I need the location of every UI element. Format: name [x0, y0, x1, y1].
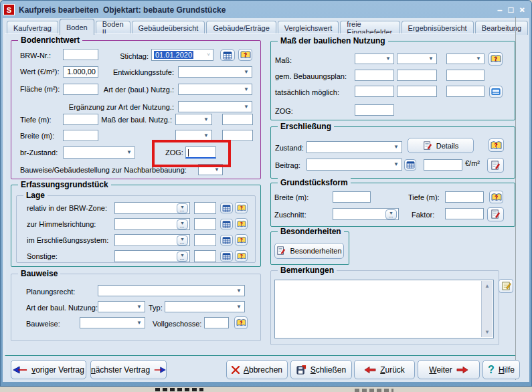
voriger-vertrag-button[interactable]: voriger Vertrag — [11, 360, 86, 379]
keyboard-button[interactable] — [489, 86, 503, 98]
tab-vergleichswert[interactable]: Vergleichswert — [278, 21, 339, 35]
combo-erschliessungssystem[interactable]: ▼… — [114, 234, 190, 246]
help-button[interactable]: ? — [235, 250, 248, 262]
input-mass-zog[interactable] — [355, 104, 394, 116]
help-button[interactable]: ? — [234, 316, 248, 329]
abbrechen-button[interactable]: Abbrechen — [226, 360, 288, 379]
scroll-up-icon[interactable]: ▲ — [484, 281, 490, 291]
input-beitrag[interactable] — [424, 159, 462, 171]
label-mass-zog: ZOG: — [275, 107, 293, 115]
input-mass-baul-2[interactable] — [222, 130, 253, 141]
input-erschliessungssystem[interactable] — [194, 234, 216, 246]
combo-bauweise[interactable]: ▼ — [80, 317, 145, 328]
combo-stichtag[interactable]: 01.01.2020 ˅ — [151, 49, 213, 61]
zurueck-button[interactable]: Zurück — [354, 360, 415, 379]
tab-bearbeitung[interactable]: Bearbeitung — [475, 21, 528, 35]
input-tatsaechlich-2[interactable] — [397, 86, 437, 97]
input-tatsaechlich-3[interactable] — [446, 86, 484, 97]
help-button[interactable]: ? — [238, 49, 252, 61]
input-relativ-brw-zone[interactable] — [194, 202, 216, 214]
dropdown-ellipsis-icon[interactable]: ▼… — [385, 209, 397, 219]
combo-typ[interactable]: ▼ — [165, 301, 245, 312]
input-zog[interactable] — [185, 146, 216, 159]
combo-himmelsrichtung[interactable]: ▼… — [114, 218, 190, 230]
input-himmelsrichtung[interactable] — [194, 218, 216, 230]
dropdown-arrow-icon: ▼ — [214, 167, 219, 173]
calendar-button[interactable] — [220, 219, 233, 229]
close-icon[interactable]: × — [519, 5, 525, 15]
tab-gebaeudeuebersicht[interactable]: Gebäudeübersicht — [132, 21, 205, 35]
edit-faktor-button[interactable] — [487, 207, 504, 221]
input-vollgeschosse[interactable] — [204, 317, 229, 328]
dropdown-ellipsis-icon[interactable]: ▼… — [177, 219, 188, 229]
input-bebauungsplan-1[interactable] — [355, 70, 394, 81]
combo-beitrag[interactable]: ▼ — [306, 159, 402, 171]
calendar-button[interactable] — [220, 235, 233, 246]
combo-mass-2[interactable]: ▼ — [397, 54, 437, 64]
help-button[interactable]: ? — [489, 191, 503, 203]
help-button[interactable]: ? — [489, 52, 503, 66]
combo-planungsrecht[interactable]: ▼ — [98, 285, 245, 296]
help-button[interactable]: ? — [235, 234, 248, 246]
combo-zustand[interactable]: ▼ — [306, 141, 402, 153]
title-bar[interactable]: S Kaufpreis bearbeiten Objektart: bebaut… — [3, 3, 529, 17]
input-breite[interactable] — [63, 130, 98, 141]
calendar-button[interactable] — [220, 203, 233, 213]
details-button[interactable]: Details — [408, 138, 474, 153]
edit-beitrag-button[interactable] — [487, 158, 504, 173]
naechster-vertrag-button[interactable]: nächster Vertrag — [90, 360, 167, 379]
tab-boden-ii[interactable]: Boden II — [96, 21, 130, 35]
tab-freie-eingabefelder[interactable]: freie Eingabefelder — [340, 21, 400, 35]
tab-gebaeude-ertraege[interactable]: Gebäude/Erträge — [206, 21, 276, 35]
combo-mass-1[interactable]: ▼ — [355, 54, 394, 64]
combo-br-zustand[interactable]: ▼ — [63, 146, 135, 159]
minimize-icon[interactable]: – — [497, 5, 502, 15]
group-bodenrichtwert-title: Bodenrichtwert — [18, 35, 82, 45]
help-button[interactable]: ? — [235, 218, 248, 229]
input-gf-breite[interactable] — [333, 191, 371, 203]
calendar-button[interactable] — [404, 159, 416, 171]
label-gf-breite: Breite (m): — [274, 193, 308, 201]
weiter-button[interactable]: Weiter — [418, 360, 480, 379]
combo-relativ-brw-zone[interactable]: ▼… — [114, 202, 190, 214]
help-button[interactable]: ? — [235, 202, 248, 213]
tab-boden[interactable]: Boden — [60, 19, 94, 35]
besonderheiten-button[interactable]: Besonderheiten — [274, 243, 344, 259]
calendar-button[interactable] — [220, 50, 235, 61]
dropdown-ellipsis-icon[interactable]: ▼… — [177, 235, 188, 246]
combo-bauweise-nachbar[interactable]: ▼ — [198, 164, 223, 175]
combo-sonstige[interactable]: ▼… — [114, 250, 190, 262]
bemerkungen-textarea[interactable]: ▲ ▼ — [274, 280, 494, 338]
dropdown-ellipsis-icon[interactable]: ▼… — [177, 203, 188, 213]
combo-mass-baul-2[interactable]: ▼ — [175, 130, 212, 141]
combo-mass-3[interactable]: ▼ — [446, 54, 484, 64]
help-book-icon: ? — [237, 204, 246, 212]
input-mass-baul-1[interactable] — [222, 114, 253, 125]
edit-note-button[interactable] — [499, 279, 513, 293]
tab-ergebnisuebersicht[interactable]: Ergebnisübersicht — [402, 21, 474, 35]
scroll-down-icon[interactable]: ▼ — [484, 327, 490, 337]
input-bebauungsplan-3[interactable] — [446, 70, 484, 81]
chevron-down-icon[interactable]: ˅ — [207, 52, 210, 58]
combo-zuschnitt[interactable]: ▼… — [333, 208, 399, 220]
combo-ergaenzung[interactable]: ▼ — [178, 101, 252, 112]
dropdown-ellipsis-icon[interactable]: ▼… — [177, 252, 188, 262]
combo-mass-baul-1[interactable]: ▼ — [175, 114, 212, 125]
input-bebauungsplan-2[interactable] — [397, 70, 437, 81]
input-tatsaechlich-1[interactable] — [355, 86, 394, 97]
help-button[interactable]: ? — [489, 138, 504, 152]
combo-entwicklungsstufe[interactable]: ▼ — [178, 66, 252, 78]
input-gf-tiefe[interactable] — [445, 191, 484, 203]
svg-text:?: ? — [240, 205, 243, 211]
input-faktor[interactable] — [445, 208, 484, 219]
schliessen-button[interactable]: Schließen — [290, 360, 352, 379]
tab-kaufvertrag[interactable]: Kaufvertrag — [7, 21, 58, 35]
maximize-icon[interactable]: □ — [509, 5, 514, 15]
svg-text:?: ? — [494, 142, 498, 149]
scrollbar[interactable]: ▲ ▼ — [481, 281, 493, 337]
calendar-button[interactable] — [220, 251, 233, 262]
combo-art-nutzg[interactable]: ▼ — [178, 84, 252, 95]
hilfe-button[interactable]: ? Hilfe — [482, 360, 520, 379]
input-sonstige[interactable] — [194, 250, 216, 262]
combo-art-baul-nutzung[interactable]: ▼ — [98, 301, 145, 312]
